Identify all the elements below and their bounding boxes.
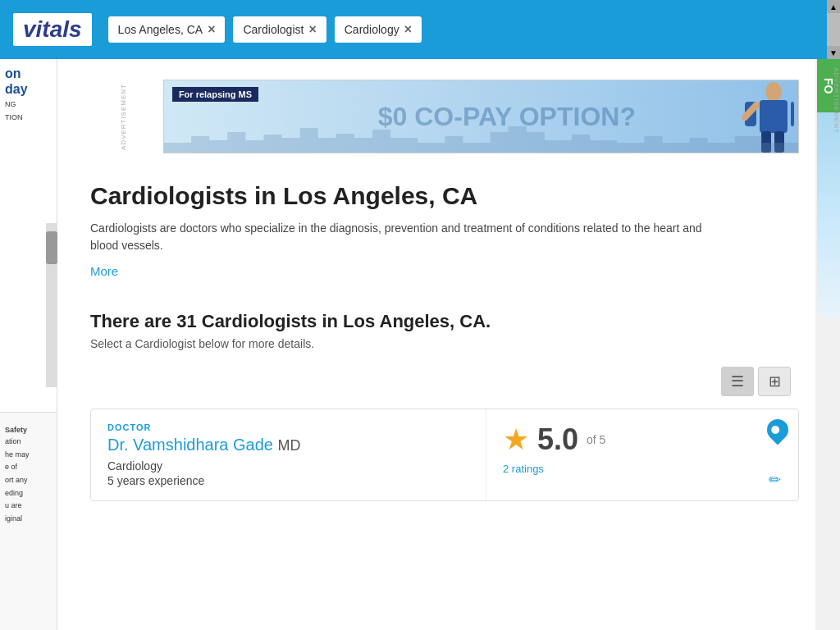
filter-specialty-label: Cardiologist [243, 23, 304, 36]
left-info-1: he may [5, 450, 52, 460]
right-advert-label: ADVERTISEMENT [833, 67, 840, 190]
left-sidebar-line1: NG [5, 100, 52, 110]
list-view-icon: ☰ [731, 372, 744, 390]
svg-point-0 [765, 82, 782, 102]
heading-section: Cardiologists in Los Angeles, CA Cardiol… [90, 174, 799, 311]
filter-condition-close[interactable]: × [404, 23, 412, 36]
doctor-name-text: Dr. Vamshidhara Gade [107, 436, 273, 454]
rating-count: 2 ratings [503, 463, 782, 475]
doctor-card: DOCTOR Dr. Vamshidhara Gade MD Cardiolog… [90, 409, 799, 501]
scrollbar-down[interactable]: ▼ [827, 46, 840, 59]
count-subtitle: Select a Cardiologist below for more det… [90, 337, 799, 350]
filter-location-close[interactable]: × [208, 23, 215, 36]
left-info-5: u are [5, 501, 52, 511]
filter-specialty-close[interactable]: × [308, 23, 316, 36]
edit-icon[interactable]: ✏ [769, 471, 788, 491]
logo: vitals [23, 16, 82, 42]
rating-number: 5.0 [537, 422, 578, 457]
page-content: ADVERTISEMENT For relapsing MS $0 CO-PAY… [57, 59, 815, 630]
right-edge: FO ADVERTISEMENT [817, 59, 840, 630]
left-safety-line2: ation [5, 437, 52, 447]
star-icon: ★ [503, 422, 529, 457]
doctor-label: DOCTOR [107, 422, 469, 432]
more-link[interactable]: More [90, 264, 118, 278]
left-sidebar-scroll[interactable] [46, 223, 57, 387]
doctor-name: Dr. Vamshidhara Gade MD [107, 436, 469, 454]
left-info-6: iginal [5, 514, 52, 524]
logo-area: vitals [13, 13, 92, 46]
doctor-specialty: Cardiology [107, 459, 469, 472]
view-toggle: ☰ ⊞ [90, 367, 791, 396]
filter-location-tag[interactable]: Los Angeles, CA × [108, 16, 226, 43]
left-sidebar-line2: TION [5, 113, 52, 123]
right-advertisement-text: ADVERTISEMENT [833, 67, 840, 134]
filter-specialty-tag[interactable]: Cardiologist × [233, 16, 326, 43]
ad-ms-badge: For relapsing MS [172, 87, 258, 102]
doctor-experience: 5 years experience [107, 474, 469, 487]
left-panel: onday NG TION Safety ation he may e of o… [0, 59, 57, 630]
doctor-info: DOCTOR Dr. Vamshidhara Gade MD Cardiolog… [91, 409, 486, 500]
page-description: Cardiologists are doctors who specialize… [90, 220, 730, 254]
rating-top: ★ 5.0 of 5 [503, 422, 782, 457]
left-info-4: eding [5, 489, 52, 499]
doctor-suffix: MD [278, 437, 301, 454]
filter-condition-tag[interactable]: Cardiology × [335, 16, 422, 43]
left-panel-lower: Safety ation he may e of ort any eding u… [0, 412, 57, 630]
count-section: There are 31 Cardiologists in Los Angele… [90, 311, 799, 350]
ad-banner-box[interactable]: For relapsing MS $0 CO-PAY OPTION? [163, 80, 799, 153]
ad-city-svg [164, 120, 798, 153]
rating-section: ★ 5.0 of 5 2 ratings ✏ [486, 409, 798, 500]
left-panel-upper: onday NG TION [0, 59, 57, 412]
grid-view-icon: ⊞ [769, 372, 781, 390]
filter-condition-label: Cardiology [345, 23, 399, 36]
filter-location-label: Los Angeles, CA [118, 23, 203, 36]
left-safety-label: Safety [5, 426, 52, 434]
ad-section: ADVERTISEMENT For relapsing MS $0 CO-PAY… [90, 75, 799, 158]
left-sidebar-blue-text: onday [5, 66, 52, 97]
list-view-button[interactable]: ☰ [721, 367, 754, 396]
left-info-2: e of [5, 463, 52, 472]
count-title: There are 31 Cardiologists in Los Angele… [90, 311, 799, 332]
header-scrollbar[interactable]: ▲ ▼ [827, 0, 840, 59]
scrollbar-up[interactable]: ▲ [827, 0, 840, 13]
page-title: Cardiologists in Los Angeles, CA [90, 182, 799, 210]
grid-view-button[interactable]: ⊞ [758, 367, 791, 396]
rating-of: of 5 [587, 433, 605, 446]
header: vitals Los Angeles, CA × Cardiologist × … [0, 0, 840, 59]
advertisement-label: ADVERTISEMENT [120, 84, 127, 150]
left-info-3: ort any [5, 476, 52, 486]
